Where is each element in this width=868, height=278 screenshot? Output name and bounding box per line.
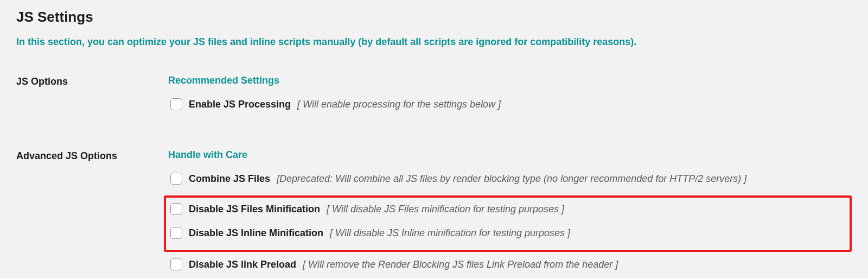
highlight-box: Disable JS Files Minification [ Will dis… — [164, 195, 852, 252]
js-options-section: JS Options Recommended Settings Enable J… — [16, 75, 852, 121]
checkbox-disable-js-inline-minification[interactable] — [170, 227, 182, 239]
option-hint: [ Will disable JS Inline minification fo… — [330, 228, 570, 239]
option-hint: [ Will disable JS Files minification for… — [327, 204, 564, 215]
option-hint: [Deprecated: Will combine all JS files b… — [277, 173, 746, 185]
option-label: Disable JS link Preload — [189, 259, 296, 270]
option-disable-js-link-preload: Disable JS link Preload [ Will remove th… — [168, 257, 852, 271]
advanced-js-options-section: Advanced JS Options Handle with Care Com… — [16, 149, 852, 278]
page-description: In this section, you can optimize your J… — [16, 36, 852, 48]
section-content-js-options: Recommended Settings Enable JS Processin… — [168, 75, 852, 121]
section-content-advanced-js-options: Handle with Care Combine JS Files [Depre… — [168, 149, 852, 278]
page-title: JS Settings — [16, 9, 852, 26]
option-label: Combine JS Files — [189, 173, 270, 185]
option-hint: [ Will enable processing for the setting… — [297, 99, 501, 110]
checkbox-disable-js-files-minification[interactable] — [170, 203, 182, 215]
checkbox-combine-js-files[interactable] — [170, 173, 182, 185]
option-label: Enable JS Processing — [189, 99, 291, 110]
checkbox-disable-js-link-preload[interactable] — [170, 258, 182, 270]
section-label-js-options: JS Options — [16, 75, 168, 121]
option-label: Disable JS Files Minification — [189, 204, 320, 215]
option-enable-js-processing: Enable JS Processing [ Will enable proce… — [168, 97, 852, 111]
section-subtitle-recommended: Recommended Settings — [168, 75, 852, 86]
option-disable-js-files-minification: Disable JS Files Minification [ Will dis… — [168, 202, 847, 216]
option-hint: [ Will remove the Render Blocking JS fil… — [303, 259, 618, 270]
option-disable-js-inline-minification: Disable JS Inline Minification [ Will di… — [168, 226, 847, 240]
checkbox-enable-js-processing[interactable] — [170, 98, 182, 110]
option-combine-js-files: Combine JS Files [Deprecated: Will combi… — [168, 172, 852, 186]
section-subtitle-handle-with-care: Handle with Care — [168, 149, 852, 161]
option-label: Disable JS Inline Minification — [189, 228, 323, 239]
section-label-advanced-js-options: Advanced JS Options — [16, 149, 168, 278]
